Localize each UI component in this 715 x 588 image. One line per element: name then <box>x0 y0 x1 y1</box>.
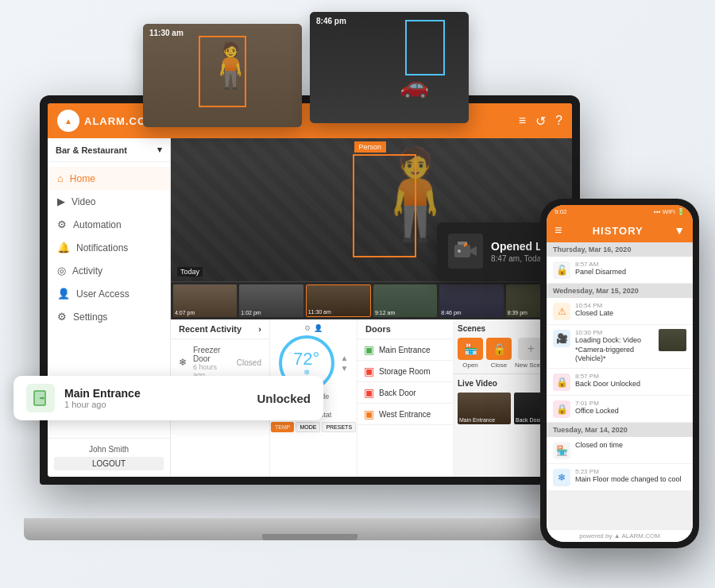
settings-icon: ⚙ <box>57 311 67 323</box>
floating-camera-right: 🚗 8:46 pm <box>310 12 469 123</box>
thumbnail-2[interactable]: 11:30 am <box>306 284 371 317</box>
thermo-header: ⚙ 👤 <box>304 324 323 332</box>
refresh-icon[interactable]: ↺ <box>535 114 546 129</box>
opened-late-icon <box>453 238 478 264</box>
thumb-time-3: 9:12 am <box>375 310 395 315</box>
phone-outer: 9:02 ▪▪▪ WiFi 🔋 ≡ HISTORY ▼ Thursday, Ma… <box>540 199 699 548</box>
door-unlocked-icon <box>32 389 49 407</box>
app-logo: ▲ ALARM.COM <box>57 110 156 132</box>
thumbnail-3[interactable]: 9:12 am <box>373 284 437 317</box>
activity-panel-header: Recent Activity › <box>171 319 269 339</box>
svg-point-2 <box>458 250 461 253</box>
thermo-btn-temp[interactable]: TEMP <box>271 422 294 432</box>
sidebar-item-home[interactable]: ⌂ Home <box>48 167 170 190</box>
history-time-0-0: 8:57 AM <box>575 261 686 268</box>
history-desc-2-0: Closed on time <box>575 441 686 451</box>
phone-header: ≡ HISTORY ▼ <box>547 219 693 242</box>
sidebar-item-activity[interactable]: ◎ Activity <box>48 259 170 282</box>
thumb-time-0: 4:07 pm <box>175 310 195 315</box>
user-icon: 👤 <box>57 288 70 300</box>
history-icon-closed-ontime: 🏪 <box>553 442 570 459</box>
thumbnails-row: 4:07 pm 1:02 pm 11:30 am 9:12 am <box>171 281 572 319</box>
thumb-time-1: 1:02 pm <box>241 310 261 315</box>
thumbnail-0[interactable]: 4:07 pm <box>173 284 237 317</box>
scene-close[interactable]: 🔒 Close <box>486 338 512 369</box>
thermo-temp: 72° <box>293 350 319 368</box>
sidebar-location[interactable]: Bar & Restaurant ▾ <box>48 138 170 162</box>
history-item-mode-changed: ❄ 5:23 PM Main Floor mode changed to coo… <box>547 464 693 491</box>
history-icon-lock-0: 🔒 <box>553 373 570 391</box>
person-detection-box-left <box>199 36 246 107</box>
history-time-1-3: 7:01 PM <box>575 400 686 407</box>
sidebar-item-user-access[interactable]: 👤 User Access <box>48 282 170 305</box>
activity-icon: ◎ <box>57 265 66 277</box>
thumb-time-4: 8:46 pm <box>441 310 461 315</box>
thermo-btn-presets[interactable]: PRESETS <box>322 422 356 432</box>
sidebar-item-video[interactable]: ▶ Video <box>48 190 170 213</box>
history-icon-video: 🎥 <box>553 330 570 347</box>
thermo-up-arrow[interactable]: ▲ <box>341 354 349 362</box>
scene-open-icon: 🏪 <box>458 338 483 360</box>
thumb-time-5: 8:39 pm <box>508 310 528 315</box>
floating-camera-left: 🧍 11:30 am <box>143 24 302 127</box>
phone-footer-logo: powered by ▲ ALARM.COM <box>579 532 660 540</box>
history-date-1: Wednesday, Mar 15, 2020 <box>547 284 693 298</box>
history-time-1-0: 10:54 PM <box>575 302 686 309</box>
thumbnail-4[interactable]: 8:46 pm <box>439 284 503 317</box>
person-detection-box: Person <box>353 154 416 257</box>
history-desc-2-1: Main Floor mode changed to cool <box>575 475 686 485</box>
home-icon: ⌂ <box>57 172 64 184</box>
history-desc-1-1: Loading Dock: Video *Camera-triggered (V… <box>575 336 654 364</box>
help-icon[interactable]: ? <box>555 114 562 128</box>
doors-panel: Doors ▣ Main Entrance ▣ Storage Room <box>358 319 453 477</box>
app-window: ▲ ALARM.COM ≡ ↺ ? Bar & Restaurant <box>48 103 572 477</box>
laptop-base <box>24 518 596 540</box>
history-time-2-1: 5:23 PM <box>575 468 686 475</box>
notif-content: Main Entrance 1 hour ago <box>64 387 247 409</box>
thumbnail-1[interactable]: 1:02 pm <box>239 284 303 317</box>
sidebar-item-notifications[interactable]: 🔔 Notifications <box>48 236 170 259</box>
thermo-btn-mode[interactable]: MODE <box>296 422 320 432</box>
svg-rect-7 <box>40 397 43 399</box>
phone: 9:02 ▪▪▪ WiFi 🔋 ≡ HISTORY ▼ Thursday, Ma… <box>540 199 699 548</box>
main-content: 🧍 Person Today Yesterday <box>171 138 572 477</box>
person-label: Person <box>354 141 387 153</box>
phone-menu-icon[interactable]: ≡ <box>555 223 562 238</box>
svg-rect-0 <box>454 245 470 257</box>
notif-subtitle: 1 hour ago <box>64 400 247 409</box>
thermo-buttons: TEMP MODE PRESETS <box>271 422 356 432</box>
filter-icon[interactable]: ≡ <box>519 114 526 128</box>
thermo-control-icon: ⚙ <box>304 324 311 332</box>
sidebar-item-automation[interactable]: ⚙ Automation <box>48 213 170 236</box>
notif-door-icon <box>26 384 55 412</box>
phone-signals: ▪▪▪ WiFi 🔋 <box>654 208 685 215</box>
camera-timestamp-left: 11:30 am <box>149 29 184 37</box>
phone-status-bar: 9:02 ▪▪▪ WiFi 🔋 <box>547 205 693 219</box>
live-thumb-main[interactable]: Main Entrance <box>458 393 511 424</box>
sidebar-item-settings[interactable]: ⚙ Settings <box>48 305 170 328</box>
history-desc-1-3: Office Locked <box>575 407 686 416</box>
phone-filter-icon[interactable]: ▼ <box>674 224 685 237</box>
thermo-down-arrow[interactable]: ▼ <box>341 364 349 373</box>
history-item-office-locked: 🔒 7:01 PM Office Locked <box>547 396 693 423</box>
scene-open[interactable]: 🏪 Open <box>458 338 483 369</box>
history-item-panel-disarmed: 🔓 8:57 AM Panel Disarmed <box>547 257 693 284</box>
history-icon-closed-late: ⚠ <box>553 303 570 320</box>
door-item-0: ▣ Main Entrance <box>358 339 453 361</box>
history-icon-mode: ❄ <box>553 469 570 486</box>
person-detection-box-right <box>405 20 445 75</box>
sidebar-username: John Smith <box>54 445 164 454</box>
history-desc-1-0: Closed Late <box>575 309 686 319</box>
logout-button[interactable]: LOGOUT <box>54 457 164 470</box>
door-item-1: ▣ Storage Room <box>358 361 453 382</box>
history-desc-1-2: Back Door Unlocked <box>575 380 686 389</box>
door-item-3: ▣ West Entrance <box>358 404 453 425</box>
history-item-closed-late: ⚠ 10:54 PM Closed Late <box>547 298 693 325</box>
doors-header: Doors <box>358 319 453 339</box>
history-time-1-2: 8:57 PM <box>575 373 686 380</box>
laptop-screen: ▲ ALARM.COM ≡ ↺ ? Bar & Restaurant <box>40 95 580 485</box>
alert-icon <box>448 234 483 269</box>
history-date-0: Thursday, Mar 16, 2020 <box>547 242 693 257</box>
header-icons: ≡ ↺ ? <box>519 114 562 129</box>
thumb-time-2: 11:30 am <box>308 309 331 315</box>
